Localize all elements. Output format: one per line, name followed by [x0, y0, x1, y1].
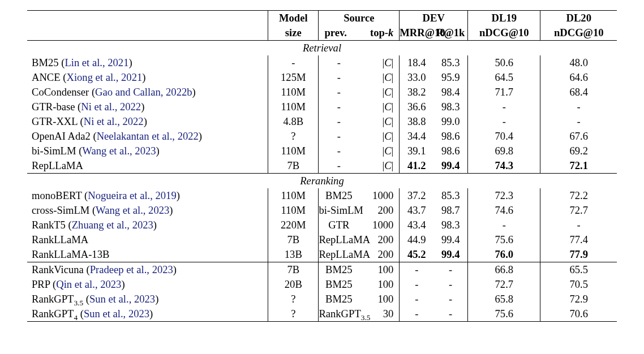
dev-mrr: 41.2 — [400, 158, 433, 174]
citation-link[interactable]: Lin et al., 2021 — [65, 57, 128, 68]
dev-r1k: - — [433, 262, 467, 278]
source-prev: - — [319, 100, 359, 114]
model-size: 13B — [268, 247, 319, 262]
dev-mrr: 44.9 — [400, 232, 433, 247]
table-row: RankT5 (Zhuang et al., 2023)220MGTR10004… — [27, 218, 617, 232]
dev-mrr: 18.4 — [400, 55, 433, 70]
dl19-ndcg: 71.7 — [468, 85, 540, 100]
source-prev: RankGPT3.5 — [319, 306, 359, 322]
dev-mrr: - — [400, 277, 433, 292]
hdr-size: size — [268, 25, 319, 41]
results-table: Model Source DEV DL19 DL20 size prev. to… — [27, 10, 617, 322]
source-prev: BM25 — [319, 292, 359, 306]
method-cell: cross-SimLM (Wang et al., 2023) — [27, 203, 268, 218]
citation-link[interactable]: Wang et al., 2023 — [82, 145, 156, 157]
method-cell: RankLLaMA — [27, 232, 268, 247]
citation-link[interactable]: Wang et al., 2023 — [96, 204, 169, 216]
dl19-ndcg: 66.8 — [468, 262, 540, 278]
hdr-ndcg20: nDCG@10 — [540, 25, 617, 41]
dev-mrr: 38.8 — [400, 114, 433, 129]
source-prev: RepLLaMA — [319, 232, 359, 247]
model-size: 220M — [268, 218, 319, 232]
dl19-ndcg: 64.5 — [468, 70, 540, 85]
dl20-ndcg: 48.0 — [540, 55, 617, 70]
dev-mrr: 36.6 — [400, 100, 433, 114]
table-row: GTR-base (Ni et al., 2022)110M-|C|36.698… — [27, 100, 617, 114]
dev-r1k: 98.6 — [433, 129, 467, 144]
source-prev: BM25 — [319, 277, 359, 292]
dl19-ndcg: 70.4 — [468, 129, 540, 144]
citation-link[interactable]: Nogueira et al., 2019 — [88, 189, 176, 201]
citation-link[interactable]: Zhuang et al., 2023 — [72, 219, 153, 231]
method-cell: RankGPT3.5 (Sun et al., 2023) — [27, 292, 268, 306]
method-cell: RankT5 (Zhuang et al., 2023) — [27, 218, 268, 232]
model-size: 110M — [268, 100, 319, 114]
dl20-ndcg: 69.2 — [540, 144, 617, 158]
table-row: RankVicuna (Pradeep et al., 2023)7BBM251… — [27, 262, 617, 278]
citation-link[interactable]: Ni et al., 2022 — [84, 115, 144, 127]
table-row: CoCondenser (Gao and Callan, 2022b)110M-… — [27, 85, 617, 100]
method-cell: GTR-XXL (Ni et al., 2022) — [27, 114, 268, 129]
dl20-ndcg: 77.9 — [540, 247, 617, 262]
citation-link[interactable]: Qin et al., 2023 — [56, 278, 121, 290]
model-size: 4.8B — [268, 114, 319, 129]
table-row: RepLLaMA7B-|C|41.299.474.372.1 — [27, 158, 617, 174]
citation-link[interactable]: Ni et al., 2022 — [81, 101, 141, 113]
dl20-ndcg: 72.2 — [540, 188, 617, 203]
dl19-ndcg: - — [468, 114, 540, 129]
model-size: 110M — [268, 188, 319, 203]
dev-r1k: 95.9 — [433, 70, 467, 85]
method-cell: GTR-base (Ni et al., 2022) — [27, 100, 268, 114]
citation-link[interactable]: Gao and Callan, 2022b — [95, 86, 192, 98]
dev-mrr: 43.4 — [400, 218, 433, 232]
dev-r1k: 98.3 — [433, 218, 467, 232]
hdr-prev: prev. — [319, 25, 359, 41]
source-topk: 100 — [359, 262, 399, 278]
dev-r1k: 98.3 — [433, 100, 467, 114]
source-topk: |C| — [359, 55, 399, 70]
dl20-ndcg: 77.4 — [540, 232, 617, 247]
method-cell: RepLLaMA — [27, 158, 268, 174]
table-row: cross-SimLM (Wang et al., 2023)110Mbi-Si… — [27, 203, 617, 218]
dev-r1k: 85.3 — [433, 55, 467, 70]
source-prev: - — [319, 158, 359, 174]
citation-link[interactable]: Pradeep et al., 2023 — [90, 264, 173, 275]
citation-link[interactable]: Neelakantan et al., 2022 — [97, 130, 199, 142]
table-row: bi-SimLM (Wang et al., 2023)110M-|C|39.1… — [27, 144, 617, 158]
source-prev: - — [319, 55, 359, 70]
dev-r1k: 99.4 — [433, 247, 467, 262]
dev-r1k: 98.4 — [433, 85, 467, 100]
table-row: RankLLaMA-13B13BRepLLaMA20045.299.476.07… — [27, 247, 617, 262]
dl20-ndcg: 65.5 — [540, 262, 617, 278]
source-prev: BM25 — [319, 188, 359, 203]
dev-r1k: 99.4 — [433, 232, 467, 247]
source-topk: 100 — [359, 277, 399, 292]
source-topk: |C| — [359, 114, 399, 129]
section-reranking: Reranking — [27, 174, 617, 189]
dev-r1k: 99.0 — [433, 114, 467, 129]
dev-r1k: - — [433, 306, 467, 322]
dl20-ndcg: 72.9 — [540, 292, 617, 306]
citation-link[interactable]: Sun et al., 2023 — [89, 293, 155, 305]
model-size: 110M — [268, 203, 319, 218]
dev-r1k: 85.3 — [433, 188, 467, 203]
dl19-ndcg: - — [468, 100, 540, 114]
model-size: - — [268, 55, 319, 70]
dev-mrr: 39.1 — [400, 144, 433, 158]
dl19-ndcg: 72.7 — [468, 277, 540, 292]
hdr-dev: DEV — [400, 11, 468, 26]
table-row: BM25 (Lin et al., 2021)--|C|18.485.350.6… — [27, 55, 617, 70]
model-size: 20B — [268, 277, 319, 292]
hdr-topk: top-k — [359, 25, 399, 41]
dev-mrr: 37.2 — [400, 188, 433, 203]
dev-r1k: 99.4 — [433, 158, 467, 174]
source-prev: - — [319, 70, 359, 85]
dl19-ndcg: 72.3 — [468, 188, 540, 203]
method-cell: RankVicuna (Pradeep et al., 2023) — [27, 262, 268, 278]
citation-link[interactable]: Xiong et al., 2021 — [66, 71, 142, 83]
dl20-ndcg: 64.6 — [540, 70, 617, 85]
table-row: RankLLaMA7BRepLLaMA20044.999.475.677.4 — [27, 232, 617, 247]
citation-link[interactable]: Sun et al., 2023 — [84, 308, 149, 320]
source-prev: bi-SimLM — [319, 203, 359, 218]
hdr-dl20: DL20 — [540, 11, 617, 26]
